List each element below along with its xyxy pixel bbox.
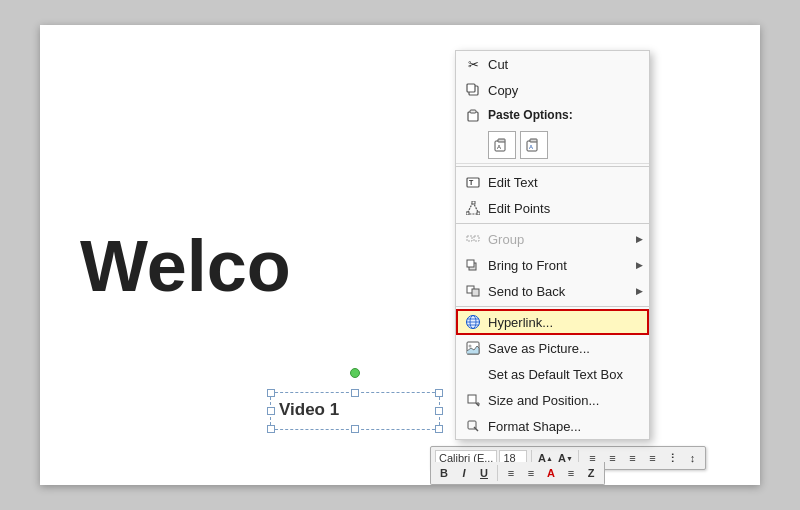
svg-rect-29 (468, 395, 476, 403)
svg-rect-19 (467, 260, 474, 267)
handle-bottom-right[interactable] (435, 425, 443, 433)
set-default-icon (464, 365, 482, 383)
align-right-btn[interactable]: ≡ (623, 449, 641, 467)
menu-item-set-default[interactable]: Set as Default Text Box (456, 361, 649, 387)
send-to-back-icon (464, 282, 482, 300)
handle-bottom-middle[interactable] (351, 425, 359, 433)
text-align-btn[interactable]: ≡ (502, 464, 520, 482)
group-label: Group (488, 232, 641, 247)
cut-label: Cut (488, 57, 641, 72)
copy-label: Copy (488, 83, 641, 98)
welcome-text: Welco (80, 225, 291, 307)
separator-3 (456, 306, 649, 307)
context-menu: ✂ Cut Copy Paste Options: (455, 50, 650, 440)
format-shape-icon (464, 417, 482, 435)
svg-rect-15 (466, 212, 469, 215)
menu-item-edit-text[interactable]: T Edit Text (456, 169, 649, 195)
save-as-picture-label: Save as Picture... (488, 341, 641, 356)
paste-options-buttons: A A (456, 127, 649, 164)
svg-text:T: T (469, 179, 474, 186)
font-color-btn[interactable]: A (542, 464, 560, 482)
paste-dest-theme-btn[interactable]: A (520, 131, 548, 159)
menu-item-size-position[interactable]: Size and Position... (456, 387, 649, 413)
toolbar-divider-3 (497, 465, 498, 481)
paste-options-label: Paste Options: (488, 108, 573, 122)
handle-top-middle[interactable] (351, 389, 359, 397)
paste-keep-source-btn[interactable]: A (488, 131, 516, 159)
edit-text-label: Edit Text (488, 175, 641, 190)
menu-item-hyperlink[interactable]: Hyperlink... (456, 309, 649, 335)
menu-item-copy[interactable]: Copy (456, 77, 649, 103)
textbox-label-text: Video 1 (279, 400, 339, 420)
indent-btn[interactable]: ≡ (522, 464, 540, 482)
menu-item-send-to-back[interactable]: Send to Back (456, 278, 649, 304)
align-center-btn[interactable]: ≡ (603, 449, 621, 467)
svg-rect-13 (472, 201, 475, 204)
svg-rect-17 (474, 236, 479, 241)
svg-rect-21 (472, 289, 479, 296)
bring-to-front-icon (464, 256, 482, 274)
menu-item-group[interactable]: Group (456, 226, 649, 252)
menu-item-edit-points[interactable]: Edit Points (456, 195, 649, 221)
textbox-selected[interactable]: Video 1 (270, 392, 440, 430)
italic-btn[interactable]: I (455, 464, 473, 482)
text-direction-btn[interactable]: ↕ (683, 449, 701, 467)
svg-rect-5 (498, 139, 505, 142)
format-shape-label: Format Shape... (488, 419, 641, 434)
underline-btn[interactable]: U (475, 464, 493, 482)
svg-rect-8 (530, 139, 537, 142)
svg-text:A: A (497, 144, 501, 150)
clear-format-btn[interactable]: Z (582, 464, 600, 482)
highlight-btn[interactable]: ≡ (562, 464, 580, 482)
svg-rect-1 (467, 84, 475, 92)
svg-rect-16 (467, 236, 472, 241)
edit-points-label: Edit Points (488, 201, 641, 216)
mini-toolbar-row2: B I U ≡ ≡ A ≡ Z (430, 462, 605, 485)
bold-btn[interactable]: B (435, 464, 453, 482)
handle-middle-right[interactable] (435, 407, 443, 415)
cut-icon: ✂ (464, 55, 482, 73)
paste-options-header: Paste Options: (456, 103, 649, 127)
separator-2 (456, 223, 649, 224)
size-position-icon (464, 391, 482, 409)
edit-text-icon: T (464, 173, 482, 191)
handle-top-left[interactable] (267, 389, 275, 397)
svg-text:A: A (529, 144, 533, 150)
menu-item-format-shape[interactable]: Format Shape... (456, 413, 649, 439)
svg-rect-3 (470, 110, 476, 113)
menu-item-save-as-picture[interactable]: Save as Picture... (456, 335, 649, 361)
hyperlink-icon (464, 313, 482, 331)
columns-btn[interactable]: ⋮ (663, 449, 681, 467)
size-position-label: Size and Position... (488, 393, 641, 408)
handle-bottom-left[interactable] (267, 425, 275, 433)
handle-top-right[interactable] (435, 389, 443, 397)
svg-rect-14 (477, 212, 480, 215)
hyperlink-label: Hyperlink... (488, 315, 641, 330)
group-icon (464, 230, 482, 248)
slide-canvas: Welco Video 1 Calibri (E... 18 A▲ A▼ ≡ ≡… (40, 25, 760, 485)
rotation-handle[interactable] (350, 368, 360, 378)
handle-middle-left[interactable] (267, 407, 275, 415)
copy-icon (464, 81, 482, 99)
edit-points-icon (464, 199, 482, 217)
svg-point-28 (469, 345, 472, 348)
set-default-label: Set as Default Text Box (488, 367, 641, 382)
save-as-picture-icon (464, 339, 482, 357)
justify-btn[interactable]: ≡ (643, 449, 661, 467)
paste-icon (464, 106, 482, 124)
menu-item-cut[interactable]: ✂ Cut (456, 51, 649, 77)
bring-to-front-label: Bring to Front (488, 258, 641, 273)
menu-item-bring-to-front[interactable]: Bring to Front (456, 252, 649, 278)
send-to-back-label: Send to Back (488, 284, 641, 299)
separator-1 (456, 166, 649, 167)
